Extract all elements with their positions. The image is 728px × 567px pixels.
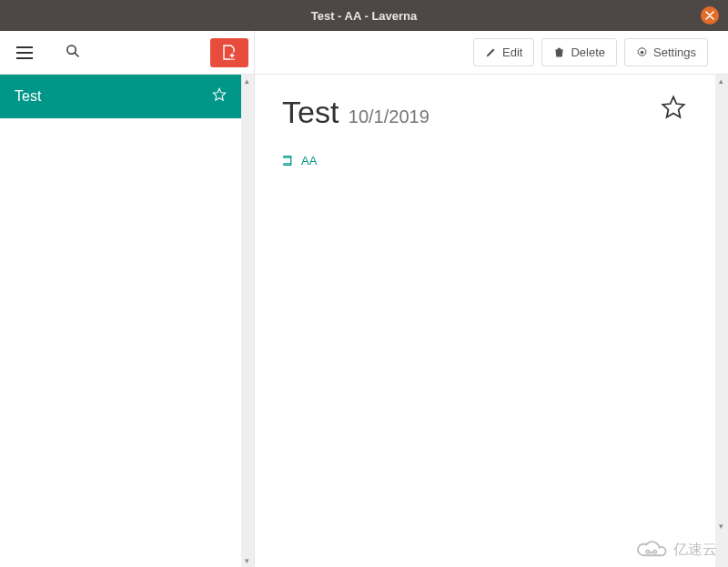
star-outline-icon [661, 95, 686, 120]
watermark: 亿速云 [633, 540, 717, 560]
main-panel: Edit Delete Settings Test 10/1/2019 AA [255, 31, 728, 567]
search-icon [66, 44, 79, 57]
main-scrollbar[interactable]: ▴ ▾ [715, 75, 728, 567]
sidebar-scrollbar[interactable]: ▴ ▾ [241, 75, 254, 567]
settings-button[interactable]: Settings [624, 38, 708, 66]
window-close-button[interactable] [701, 6, 719, 25]
gear-icon [636, 46, 648, 58]
new-note-icon [222, 45, 237, 61]
edit-button[interactable]: Edit [473, 38, 534, 66]
cloud-icon [633, 540, 668, 560]
hamburger-icon [16, 46, 33, 48]
watermark-text: 亿速云 [673, 541, 717, 560]
note-toolbar: Edit Delete Settings [255, 31, 728, 75]
edit-label: Edit [502, 46, 522, 59]
favorite-toggle[interactable] [661, 95, 686, 124]
scroll-up-icon: ▴ [245, 76, 249, 86]
delete-label: Delete [571, 46, 605, 59]
notebook-name: AA [301, 154, 317, 167]
settings-label: Settings [653, 46, 696, 59]
star-outline-icon [212, 87, 227, 102]
svg-point-4 [646, 551, 649, 553]
scroll-down-icon: ▾ [719, 521, 723, 531]
search-button[interactable] [66, 44, 79, 61]
note-date: 10/1/2019 [349, 106, 430, 127]
pencil-icon [485, 46, 497, 58]
trash-icon [553, 46, 565, 58]
window-titlebar: Test - AA - Laverna [0, 0, 728, 31]
note-content: Test 10/1/2019 AA [255, 75, 728, 190]
note-heading-row: Test 10/1/2019 [282, 95, 701, 130]
menu-button[interactable] [16, 46, 33, 59]
sidebar-note-title: Test [15, 88, 212, 105]
new-note-button[interactable] [210, 38, 248, 67]
sidebar-note-star[interactable] [212, 87, 227, 106]
delete-button[interactable]: Delete [541, 38, 617, 66]
sidebar-toolbar [0, 31, 254, 75]
scroll-down-icon: ▾ [245, 556, 249, 565]
app-body: Test ▴ ▾ Edit Delete Settings [0, 31, 728, 567]
svg-point-5 [653, 551, 656, 553]
window-title: Test - AA - Laverna [311, 9, 418, 23]
svg-line-1 [75, 53, 78, 56]
svg-point-3 [641, 51, 644, 55]
note-title: Test [282, 95, 339, 129]
book-icon [282, 155, 294, 167]
notebook-link[interactable]: AA [282, 154, 317, 167]
sidebar: Test ▴ ▾ [0, 31, 255, 567]
scroll-up-icon: ▴ [719, 76, 723, 86]
sidebar-note-item[interactable]: Test [0, 75, 241, 118]
close-icon [705, 11, 714, 20]
